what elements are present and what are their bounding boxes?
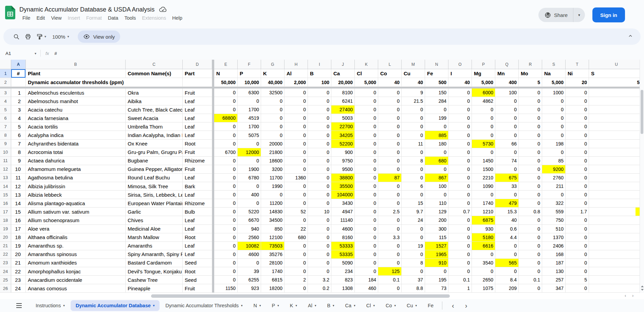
cell-K[interactable]: 11200 <box>261 199 284 208</box>
cell-Mo[interactable]: 0 <box>519 216 542 225</box>
row-header-23[interactable]: 23 <box>0 259 11 267</box>
row-header-19[interactable]: 19 <box>0 225 11 233</box>
sheet-tab-cl[interactable]: Cl▾ <box>361 300 380 311</box>
cell-common-name[interactable]: Aibika <box>126 97 183 105</box>
cell-index[interactable]: 21 <box>11 259 26 267</box>
cell-Mn[interactable]: 0 <box>495 122 519 131</box>
cell-index[interactable]: 18 <box>11 233 26 242</box>
col-header-D[interactable]: D <box>183 60 212 69</box>
col-header-N[interactable]: N <box>425 60 448 69</box>
cell-Co[interactable]: 125 <box>378 267 402 276</box>
cell-Co[interactable]: 0 <box>378 157 402 165</box>
cell-Ni[interactable]: 0 <box>566 148 589 157</box>
cell-Cu[interactable]: 6 <box>402 182 425 191</box>
cell-Mg[interactable]: 6875 <box>472 216 495 225</box>
cell-Mn[interactable]: 0.6 <box>495 225 519 233</box>
cell-Na[interactable]: 0 <box>542 97 566 105</box>
cell-Cl[interactable]: 0 <box>355 140 378 148</box>
share-dropdown-caret[interactable]: ▾ <box>573 8 585 22</box>
cell-Cl[interactable]: 0 <box>355 267 378 276</box>
cell-Mg[interactable]: 4862 <box>472 97 495 105</box>
cell-plant[interactable]: Anacardium occidentale <box>26 276 126 284</box>
cell-Al[interactable]: 680 <box>284 233 308 242</box>
cell-Cl[interactable]: 184 <box>355 276 378 284</box>
cell-common-header[interactable]: Common Name(s) <box>126 69 183 78</box>
cell-N[interactable]: 0 <box>214 174 238 182</box>
cell-plant-header[interactable]: Plant <box>26 69 126 78</box>
sheets-logo-icon[interactable] <box>5 6 15 19</box>
cell-Cu[interactable]: 0 <box>402 165 425 174</box>
cell-Mo[interactable]: 0 <box>519 259 542 267</box>
cell-Fe[interactable]: 0 <box>425 191 448 199</box>
cell-K[interactable]: 18600 <box>261 157 284 165</box>
cell-Co[interactable]: 0 <box>378 199 402 208</box>
cell-Cl[interactable]: 460 <box>355 284 378 293</box>
cell-Mn[interactable]: 8.4 <box>495 276 519 284</box>
cell-Ca[interactable]: 900 <box>331 148 355 157</box>
cell-Cu[interactable]: 0 <box>402 267 425 276</box>
sheet-tab-caret[interactable]: ▾ <box>354 304 355 307</box>
cell-Na[interactable]: 257 <box>542 276 566 284</box>
cell-common-name[interactable]: Indian Acalypha, Indian Nettle <box>126 131 183 139</box>
cell-Cu[interactable]: 21.5 <box>402 97 425 105</box>
cell-part[interactable]: Leaf <box>183 105 212 114</box>
collapse-toolbar-icon[interactable] <box>628 33 633 40</box>
cell-Ca[interactable]: 9750 <box>331 157 355 165</box>
cell-Cl[interactable]: 0 <box>355 199 378 208</box>
col-header-C[interactable]: C <box>126 60 183 69</box>
cell-plant[interactable]: Alisma plantago-aquatica <box>26 199 126 208</box>
cell-Fe[interactable]: 0 <box>425 148 448 157</box>
cell-Mg[interactable]: 0 <box>472 267 495 276</box>
cell-S[interactable] <box>589 148 644 157</box>
cell-part[interactable]: Root <box>183 140 212 148</box>
cell-K[interactable]: 20000 <box>261 140 284 148</box>
cell-Mn[interactable]: 0 <box>495 131 519 139</box>
cell-Mg[interactable]: 1500 <box>472 165 495 174</box>
cell-Cl[interactable]: 0 <box>355 105 378 114</box>
col-header-L[interactable]: L <box>378 60 402 69</box>
cell-Mo[interactable]: 0 <box>519 242 542 250</box>
cell-Cl[interactable]: 0 <box>355 174 378 182</box>
cell-threshold-Fe[interactable]: 500 <box>425 78 448 87</box>
cell-K[interactable]: 3200 <box>261 165 284 174</box>
cell-D2[interactable] <box>183 78 212 87</box>
cell-index[interactable]: 9 <box>11 157 26 165</box>
cell-part[interactable]: Leaf <box>183 174 212 182</box>
cell-Co[interactable]: 0 <box>378 216 402 225</box>
cell-threshold-Ca[interactable]: 20,000 <box>331 78 355 87</box>
cell-B[interactable]: 0 <box>308 165 331 174</box>
cell-Fe[interactable]: 0 <box>425 105 448 114</box>
cell-Na[interactable]: 0 <box>542 148 566 157</box>
cell-Ni[interactable]: 0 <box>566 89 589 97</box>
cell-Ni[interactable]: 0 <box>566 140 589 148</box>
cell-plant[interactable]: Acacia catechu <box>26 105 126 114</box>
cell-K[interactable]: 0 <box>261 105 284 114</box>
cell-Fe[interactable]: 0 <box>425 165 448 174</box>
cell-threshold-N[interactable]: 50,000 <box>214 78 238 87</box>
cell-P[interactable]: 39 <box>238 267 261 276</box>
cell-Al[interactable]: 0 <box>284 259 308 267</box>
cell-P[interactable]: 4600 <box>238 250 261 259</box>
cell-thresholds-label[interactable]: Dynamic accumulator thresholds (ppm) <box>26 78 126 87</box>
cell-part[interactable]: Leaf <box>183 225 212 233</box>
cell-common-name[interactable]: Cutch Tree, Black Catechu <box>126 105 183 114</box>
cell-Ni[interactable]: 0 <box>566 225 589 233</box>
cell-Ni[interactable]: 0 <box>566 250 589 259</box>
cell-Ni[interactable]: 0 <box>566 122 589 131</box>
cell-P[interactable]: 12000 <box>238 148 261 157</box>
cell-N[interactable]: 0 <box>214 140 238 148</box>
cell-Cu[interactable]: 0 <box>402 225 425 233</box>
cell-S[interactable] <box>589 225 644 233</box>
cell-Ni[interactable]: 0 <box>566 114 589 122</box>
col-header-J[interactable]: J <box>331 60 355 69</box>
cell-Na[interactable]: 322 <box>542 199 566 208</box>
cell-Fe[interactable]: 200 <box>425 216 448 225</box>
cell-S[interactable] <box>589 191 644 199</box>
cell-I[interactable]: 0 <box>448 259 472 267</box>
cell-plant[interactable]: Abelmoschus esculentus <box>26 89 126 97</box>
sheet-tab-al[interactable]: Al▾ <box>303 300 321 311</box>
cell-Cu[interactable]: 9.7 <box>402 208 425 216</box>
cell-Ca[interactable]: 38800 <box>331 174 355 182</box>
cell-S[interactable] <box>589 259 644 267</box>
cell-Mn[interactable]: 0 <box>495 165 519 174</box>
